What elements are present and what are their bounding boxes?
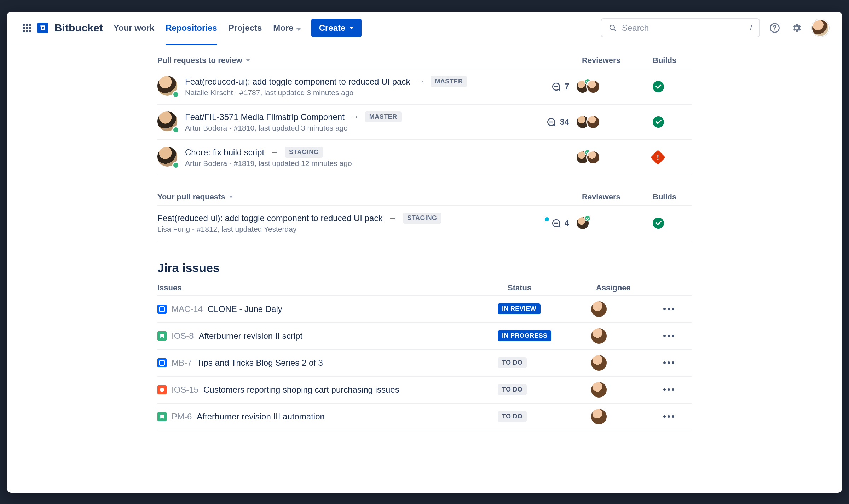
issue-title[interactable]: Afterburner revision III automation	[197, 412, 493, 422]
branch-tag: STAGING	[285, 147, 323, 158]
issue-type-bug-icon	[157, 385, 167, 394]
issue-key[interactable]: MAC-14	[172, 304, 203, 314]
pr-build-status[interactable]	[653, 116, 692, 128]
jira-row[interactable]: IOS-15Customers reporting shoping cart p…	[157, 377, 692, 404]
issue-title[interactable]: Afterburner revision II script	[199, 331, 493, 341]
pr-comments[interactable]: 4	[530, 218, 569, 228]
build-fail-icon: !	[651, 150, 665, 164]
section-title-your-prs[interactable]: Your pull requests	[157, 192, 233, 202]
build-success-icon	[653, 116, 664, 128]
issue-key[interactable]: IOS-15	[172, 385, 198, 395]
assignee-avatar	[591, 409, 607, 424]
reviewer-avatar[interactable]	[586, 150, 600, 164]
jira-row[interactable]: MAC-14CLONE - June DalyIN REVIEW	[157, 296, 692, 323]
search-shortcut-hint: /	[750, 23, 752, 33]
nav-your-work[interactable]: Your work	[114, 12, 155, 45]
issue-actions[interactable]	[663, 335, 692, 337]
jira-row[interactable]: MB-7Tips and Tricks Blog Series 2 of 3TO…	[157, 350, 692, 377]
section-header-pr-review: Pull requests to review Reviewers Builds	[157, 45, 692, 69]
reviewer-avatar[interactable]	[586, 115, 600, 129]
issue-status[interactable]: IN REVIEW	[498, 303, 586, 314]
nav-more[interactable]: More	[273, 12, 300, 45]
pr-build-status[interactable]	[653, 81, 692, 92]
pr-title[interactable]: Feat(reduced-ui): add toggle component t…	[185, 77, 410, 87]
issue-status[interactable]: IN PROGRESS	[498, 330, 586, 341]
search-field[interactable]: /	[601, 18, 760, 37]
col-header-builds: Builds	[653, 192, 692, 202]
settings-button[interactable]	[790, 21, 804, 35]
svg-line-1	[614, 29, 616, 31]
issue-assignee[interactable]	[591, 355, 658, 371]
issue-key[interactable]: MB-7	[172, 358, 192, 368]
pr-title[interactable]: Chore: fix build script	[185, 147, 264, 157]
jira-row[interactable]: PM-6Afterburner revision III automationT…	[157, 404, 692, 430]
app-switcher-icon[interactable]	[23, 24, 31, 32]
pr-comments[interactable]: 7	[530, 81, 569, 92]
more-icon	[663, 388, 674, 391]
issue-type-story-icon	[157, 412, 167, 421]
more-icon	[663, 308, 674, 310]
issue-assignee[interactable]	[591, 328, 658, 344]
pr-comments[interactable]: 34	[530, 117, 569, 127]
issue-status[interactable]: TO DO	[498, 357, 586, 368]
issue-status[interactable]: TO DO	[498, 411, 586, 422]
brand-name[interactable]: Bitbucket	[54, 22, 103, 34]
help-button[interactable]	[768, 21, 782, 35]
arrow-right-icon: →	[416, 76, 425, 87]
pr-reviewers	[576, 216, 646, 230]
pr-row[interactable]: Chore: fix build script → STAGING Artur …	[157, 140, 692, 175]
pr-title[interactable]: Feat/FIL-3571 Media Filmstrip Component	[185, 112, 345, 122]
issue-title[interactable]: Customers reporting shoping cart purchas…	[203, 385, 493, 395]
arrow-right-icon: →	[388, 213, 397, 224]
issue-key[interactable]: PM-6	[172, 412, 192, 422]
primary-nav: Your work Repositories Projects More	[114, 12, 301, 45]
jira-row[interactable]: IOS-8Afterburner revision II scriptIN PR…	[157, 323, 692, 350]
pr-reviewers	[576, 150, 646, 164]
chevron-down-icon	[296, 28, 301, 31]
jira-heading: Jira issues	[157, 261, 692, 275]
pr-meta: Lisa Fung - #1812, last updated Yesterda…	[157, 225, 524, 233]
reviewer-avatar[interactable]	[576, 216, 590, 230]
section-title-pr-review[interactable]: Pull requests to review	[157, 56, 250, 65]
branch-tag: MASTER	[365, 111, 402, 122]
comment-count: 7	[565, 82, 569, 92]
profile-avatar[interactable]	[812, 19, 829, 37]
pr-row[interactable]: Feat(reduced-ui): add toggle component t…	[157, 206, 692, 241]
nav-more-label: More	[273, 23, 293, 33]
create-button[interactable]: Create	[311, 19, 362, 37]
your-pr-list: Feat(reduced-ui): add toggle component t…	[157, 205, 692, 241]
assignee-avatar	[591, 328, 607, 344]
create-label: Create	[319, 23, 346, 33]
issue-actions[interactable]	[663, 388, 692, 391]
pr-row[interactable]: Feat(reduced-ui): add toggle component t…	[157, 69, 692, 105]
issue-assignee[interactable]	[591, 301, 658, 317]
pr-reviewers	[576, 80, 646, 94]
chevron-down-icon	[350, 27, 354, 29]
issue-actions[interactable]	[663, 415, 692, 418]
issue-assignee[interactable]	[591, 382, 658, 398]
presence-indicator	[172, 162, 179, 169]
issue-title[interactable]: CLONE - June Daly	[208, 304, 493, 314]
reviewer-avatar[interactable]	[586, 80, 600, 94]
pr-row[interactable]: Feat/FIL-3571 Media Filmstrip Component …	[157, 105, 692, 140]
search-input[interactable]	[622, 23, 745, 33]
pr-build-status[interactable]	[653, 218, 692, 229]
comment-count: 34	[560, 117, 569, 127]
pr-author-avatar	[157, 147, 179, 168]
bitbucket-logo-icon[interactable]	[37, 23, 48, 33]
pr-author-avatar	[157, 111, 179, 133]
issue-assignee[interactable]	[591, 409, 658, 424]
comment-icon	[545, 117, 556, 127]
issue-title[interactable]: Tips and Tricks Blog Series 2 of 3	[197, 358, 493, 368]
pr-title[interactable]: Feat(reduced-ui): add toggle component t…	[157, 213, 382, 223]
pr-build-status[interactable]: !	[653, 152, 692, 163]
presence-indicator	[172, 91, 179, 98]
nav-projects[interactable]: Projects	[229, 12, 262, 45]
issue-status[interactable]: TO DO	[498, 384, 586, 395]
issue-actions[interactable]	[663, 308, 692, 310]
nav-repositories[interactable]: Repositories	[166, 12, 217, 45]
issue-actions[interactable]	[663, 361, 692, 364]
pr-author-avatar	[157, 76, 179, 97]
issue-key[interactable]: IOS-8	[172, 331, 194, 341]
assignee-avatar	[591, 382, 607, 398]
